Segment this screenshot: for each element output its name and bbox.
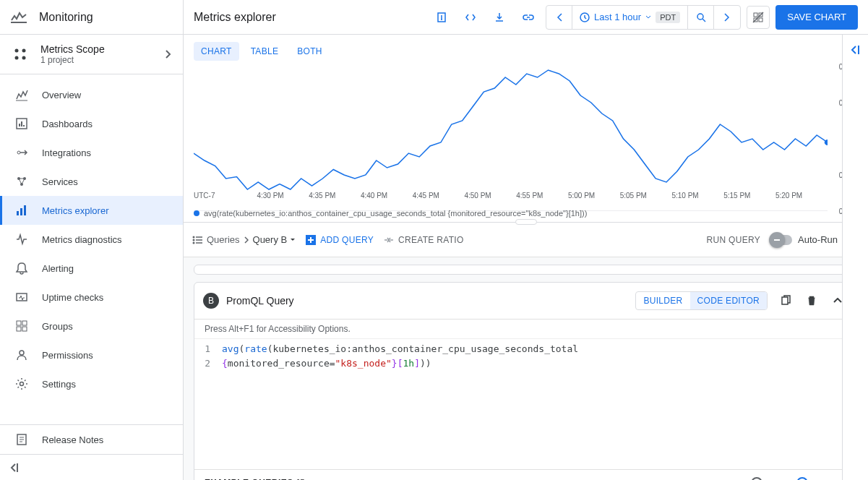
nav-item-metrics-diagnostics[interactable]: Metrics diagnostics: [0, 225, 183, 254]
ratio-icon: [384, 235, 394, 245]
lang-mql[interactable]: MQL: [751, 477, 787, 480]
time-prev[interactable]: [546, 6, 572, 29]
permissions-icon: [13, 346, 30, 364]
mode-toggle: BUILDER CODE EDITOR: [635, 291, 768, 310]
download-icon[interactable]: [488, 6, 511, 29]
x-axis-labels: UTC-74:30 PM4:35 PM4:40 PM4:45 PM4:50 PM…: [194, 192, 828, 202]
nav-item-uptime[interactable]: Uptime checks: [0, 283, 183, 312]
nav-item-metrics-explorer[interactable]: Metrics explorer: [0, 196, 183, 225]
delete-query-button[interactable]: [801, 290, 822, 312]
timezone-chip: PDT: [656, 12, 680, 23]
svg-point-46: [193, 241, 195, 244]
svg-rect-20: [17, 327, 21, 331]
queries-label: Queries: [207, 234, 240, 245]
code-editor[interactable]: 1 2 avg(rate(kubernetes_io:anthos_contai…: [194, 339, 857, 440]
svg-rect-18: [17, 321, 21, 325]
run-query-button[interactable]: RUN QUERY: [707, 235, 761, 245]
svg-point-3: [15, 56, 19, 60]
chart-area: 0.014540.014520.01450.014480.01446 UTC-7…: [184, 35, 868, 223]
svg-point-42: [193, 236, 195, 238]
x-tick: 4:40 PM: [361, 192, 387, 200]
collapse-left-icon: [10, 463, 22, 472]
nav-item-services[interactable]: Services: [0, 167, 183, 196]
x-tick: 5:15 PM: [723, 192, 750, 200]
x-tick: 4:50 PM: [464, 192, 491, 200]
nav-item-integrations[interactable]: Integrations: [0, 138, 183, 167]
sidebar-collapse[interactable]: [0, 454, 183, 480]
toggle-knob: [769, 232, 785, 248]
svg-rect-0: [11, 22, 27, 23]
time-zoom[interactable]: [688, 6, 714, 29]
pin-icon[interactable]: [430, 6, 453, 29]
time-range-picker[interactable]: Last 1 hour PDT: [572, 6, 688, 29]
nav-item-alerting[interactable]: Alerting: [0, 254, 183, 283]
language-label: Language:: [698, 478, 742, 481]
svg-point-44: [193, 239, 195, 241]
code-icon[interactable]: [459, 6, 482, 29]
gear-icon: [13, 375, 30, 393]
code-content[interactable]: avg(rate(kubernetes_io:anthos_container_…: [216, 339, 857, 440]
svg-rect-38: [759, 18, 762, 22]
save-chart-button[interactable]: SAVE CHART: [775, 5, 858, 30]
svg-line-39: [753, 12, 763, 22]
mode-builder[interactable]: BUILDER: [636, 292, 689, 309]
mode-code-editor[interactable]: CODE EDITOR: [690, 292, 767, 309]
main: Metrics explorer Last 1 hour PDT SAVE CH…: [184, 0, 868, 480]
prev-query-card-peek[interactable]: [194, 265, 858, 275]
page-title: Metrics explorer: [194, 11, 424, 24]
create-ratio-button[interactable]: CREATE RATIO: [384, 235, 464, 245]
query-body: B PromQL Query BUILDER CODE EDITOR Press…: [184, 257, 868, 480]
a11y-hint: Press Alt+F1 for Accessibility Options.: [194, 320, 857, 339]
query-card: B PromQL Query BUILDER CODE EDITOR Press…: [194, 282, 858, 480]
time-nav-group: Last 1 hour PDT: [546, 5, 741, 30]
query-badge: B: [203, 293, 219, 309]
query-card-title: PromQL Query: [226, 295, 628, 307]
scope-subtitle: 1 project: [40, 55, 166, 65]
nav-item-dashboards[interactable]: Dashboards: [0, 109, 183, 138]
nav-item-permissions[interactable]: Permissions: [0, 340, 183, 369]
language-selector: Language: MQL PromQL: [698, 477, 847, 480]
expand-rail-icon[interactable]: [850, 45, 861, 480]
svg-rect-9: [23, 125, 25, 127]
nav-item-groups[interactable]: Groups: [0, 312, 183, 340]
metrics-scope-selector[interactable]: Metrics Scope 1 project: [0, 35, 183, 74]
x-tick: 4:55 PM: [516, 192, 543, 200]
nav-item-settings[interactable]: Settings: [0, 369, 183, 398]
svg-rect-14: [17, 211, 19, 215]
diagnostics-icon: [13, 231, 30, 248]
list-icon: [192, 236, 202, 244]
alerting-icon: [13, 260, 30, 277]
resize-handle[interactable]: [515, 219, 537, 225]
time-next[interactable]: [714, 6, 740, 29]
query-card-footer: EXAMPLE QUERIES Language: MQL PromQL: [194, 469, 857, 480]
copy-query-button[interactable]: [775, 290, 796, 312]
x-tick: 5:20 PM: [775, 192, 802, 200]
svg-line-34: [702, 19, 705, 22]
monitoring-logo-icon: [9, 9, 29, 26]
link-icon[interactable]: [517, 6, 540, 29]
query-selector[interactable]: Query B: [253, 234, 296, 245]
integrations-icon: [13, 144, 30, 161]
x-tick: 4:45 PM: [413, 192, 439, 200]
chart-line: [194, 67, 828, 211]
nav-item-release-notes[interactable]: Release Notes: [0, 425, 183, 454]
groups-icon: [13, 317, 30, 335]
svg-point-31: [441, 19, 442, 20]
add-query-button[interactable]: ADD QUERY: [306, 235, 374, 245]
line-gutter: 1 2: [194, 339, 216, 440]
release-notes-icon: [13, 431, 30, 448]
lang-promql[interactable]: PromQL: [796, 477, 847, 480]
nav-item-overview[interactable]: Overview: [0, 80, 183, 109]
nav: Overview Dashboards Integrations Service…: [0, 74, 183, 424]
tab-table[interactable]: TABLE: [244, 42, 286, 61]
chevron-right-icon: [244, 236, 249, 244]
auto-run-toggle[interactable]: Auto-Run: [772, 234, 838, 245]
uptime-icon: [13, 288, 30, 306]
query-toolbar: Queries Query B ADD QUERY CREATE RATIO: [184, 223, 868, 257]
tab-both[interactable]: BOTH: [290, 42, 330, 61]
sidebar-header: Monitoring: [0, 0, 183, 35]
legend-toggle[interactable]: [747, 6, 770, 29]
clock-icon: [580, 12, 590, 22]
tab-chart[interactable]: CHART: [194, 42, 239, 61]
product-name: Monitoring: [39, 11, 93, 24]
